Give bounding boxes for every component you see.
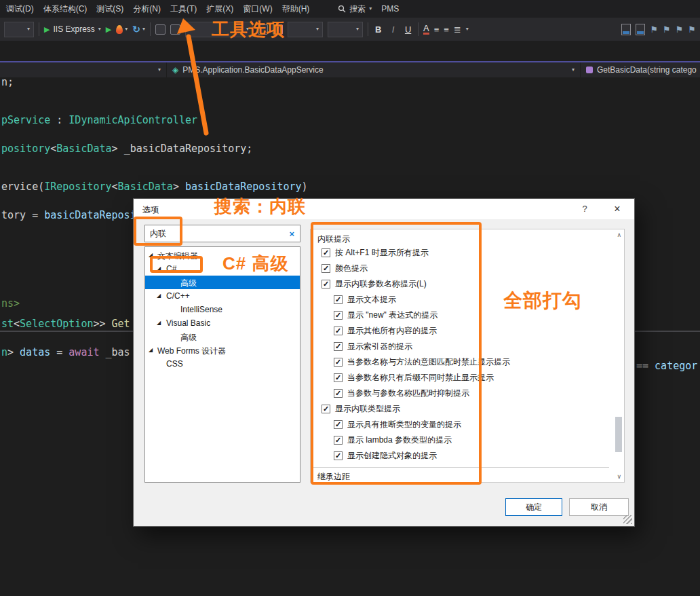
option-row: ✓当参数名称与方法的意图匹配时禁止显示提示	[334, 356, 510, 368]
checkbox[interactable]: ✓	[322, 248, 330, 257]
scroll-down-icon[interactable]: ∨	[617, 473, 621, 480]
tree-item-label: 文本编辑器	[157, 250, 198, 262]
resize-grip[interactable]	[623, 515, 632, 524]
tree-item[interactable]: IntelliSense	[145, 303, 300, 316]
checkbox[interactable]: ✓	[334, 342, 343, 351]
checkbox[interactable]: ✓	[334, 311, 343, 320]
tree-item[interactable]: ◢C#	[145, 262, 300, 276]
toolbar-overflow-button[interactable]: ▾	[466, 26, 469, 32]
help-button[interactable]: ?	[573, 202, 596, 217]
checkbox[interactable]: ✓	[322, 405, 330, 413]
menu-item[interactable]: 扩展(X)	[201, 0, 238, 18]
menu-items: 调试(D)体系结构(C)测试(S)分析(N)工具(T)扩展(X)窗口(W)帮助(…	[1, 0, 314, 18]
menu-item[interactable]: 体系结构(C)	[39, 0, 92, 18]
tree-item[interactable]: CSS	[145, 357, 300, 371]
code-token: _basicDataRepository;	[124, 143, 253, 155]
menu-search[interactable]: 搜索 ▾	[333, 0, 376, 18]
checkbox[interactable]: ✓	[334, 358, 343, 367]
toolbar-combobox[interactable]: ▾	[328, 22, 363, 37]
tree-expander-icon[interactable]: ◢	[149, 347, 153, 354]
checkbox[interactable]: ✓	[334, 327, 343, 335]
check-icon: ✓	[335, 343, 341, 350]
toolbar-combobox[interactable]: ▾	[288, 22, 323, 37]
scroll-up-icon[interactable]: ∧	[617, 231, 621, 238]
project-dropdown[interactable]: ▾	[0, 62, 167, 77]
code-token: BasicData	[118, 181, 173, 193]
start-debugging-button[interactable]: ▶ IIS Express ▾	[44, 24, 101, 34]
bookmark-next-button[interactable]: ⚑	[676, 24, 684, 35]
clear-search-icon[interactable]: ×	[289, 229, 300, 239]
bookmark-clear-button[interactable]: ⚑	[688, 24, 696, 35]
tree-item[interactable]: ◢C/C++	[145, 289, 300, 303]
indent-button[interactable]: ≣	[454, 24, 461, 35]
menu-item-pms[interactable]: PMS	[376, 1, 404, 17]
menu-item[interactable]: 分析(N)	[128, 0, 166, 18]
tree-item-label: Visual Basic	[166, 318, 210, 328]
checkbox[interactable]: ✓	[334, 389, 343, 398]
tree-expander-icon[interactable]: ◢	[157, 293, 161, 299]
options-search-input[interactable]: 内联 ×	[144, 225, 300, 242]
close-button[interactable]: ×	[604, 202, 630, 217]
checkbox[interactable]: ✓	[334, 451, 343, 460]
start-without-debugging-button[interactable]: ▶	[106, 25, 111, 34]
checkbox-label: 显示内联参数名称提示(L)	[335, 278, 427, 290]
ok-button[interactable]: 确定	[505, 498, 562, 516]
underline-button[interactable]: U	[403, 24, 413, 35]
code-line: pService : IDynamicApiController	[1, 114, 197, 126]
document-tool-button[interactable]	[155, 24, 166, 35]
tree-item[interactable]: 高级	[145, 330, 300, 343]
tree-item[interactable]: ◢Web Forms 设计器	[145, 343, 300, 357]
checkbox[interactable]: ✓	[334, 420, 343, 429]
scrollbar-thumb[interactable]	[615, 417, 622, 452]
checkbox-label: 按 Alt+F1 时显示所有提示	[335, 247, 429, 259]
tree-item[interactable]: 高级	[145, 276, 300, 289]
bookmark-button[interactable]: ⚑	[650, 24, 658, 35]
checkbox[interactable]: ✓	[334, 436, 343, 445]
type-name: PMS.Application.BasicDataAppService	[182, 65, 323, 75]
checkbox[interactable]: ✓	[334, 373, 343, 382]
type-dropdown[interactable]: ◈ PMS.Application.BasicDataAppService ▾	[167, 62, 581, 77]
chevron-down-icon: ▾	[158, 67, 161, 73]
italic-button[interactable]: I	[388, 24, 398, 35]
numbered-list-button[interactable]: ≡	[444, 24, 449, 35]
checkbox[interactable]: ✓	[322, 280, 330, 288]
play-icon: ▶	[44, 25, 50, 34]
toolbar-combobox[interactable]: ▾	[185, 22, 253, 37]
member-dropdown[interactable]: GetBasicData(string catego	[581, 62, 700, 77]
expand-button[interactable]	[273, 24, 283, 35]
tree-item-label: 高级	[180, 332, 197, 343]
menu-item[interactable]: 窗口(W)	[238, 0, 277, 18]
menu-item[interactable]: 帮助(H)	[277, 0, 315, 18]
bold-button[interactable]: B	[373, 24, 383, 35]
properties-button[interactable]	[621, 24, 631, 35]
tree-expander-icon[interactable]: ◢	[157, 265, 161, 272]
restart-button[interactable]: ↻▾	[132, 24, 145, 35]
preview-button[interactable]	[636, 24, 645, 35]
font-color-button[interactable]: A	[423, 24, 429, 35]
navigate-icon	[258, 24, 268, 35]
hot-reload-button[interactable]: ▾	[116, 25, 128, 34]
menu-item[interactable]: 工具(T)	[166, 0, 201, 18]
window-tool-button[interactable]	[170, 24, 180, 35]
tree-expander-icon[interactable]: ◢	[149, 252, 153, 259]
dialog-titlebar[interactable]: 选项 ? ×	[134, 199, 634, 219]
chevron-down-icon: ▾	[246, 26, 249, 32]
next-group-title: 继承边距	[317, 471, 350, 483]
toolbar-combobox[interactable]: ▾	[4, 22, 34, 37]
tree-item[interactable]: ◢文本编辑器	[145, 248, 300, 262]
menu-item[interactable]: 调试(D)	[1, 0, 39, 18]
bookmark-prev-button[interactable]: ⚑	[663, 24, 671, 35]
menu-item[interactable]: 测试(S)	[92, 0, 128, 18]
navigate-button[interactable]	[258, 24, 268, 35]
cancel-button[interactable]: 取消	[569, 498, 629, 516]
checkbox[interactable]: ✓	[322, 264, 330, 273]
play-icon: ▶	[106, 25, 111, 34]
tree-item[interactable]: ◢Visual Basic	[145, 316, 300, 330]
tree-expander-icon[interactable]: ◢	[157, 320, 161, 327]
code-token: pService	[1, 114, 50, 126]
bullet-list-button[interactable]: ≡	[434, 24, 440, 35]
option-row: ✓显示内联参数名称提示(L)	[322, 278, 427, 290]
navigation-bar: ▾ ◈ PMS.Application.BasicDataAppService …	[0, 61, 700, 77]
checkbox[interactable]: ✓	[334, 295, 343, 304]
toolbar-separator	[368, 22, 368, 36]
